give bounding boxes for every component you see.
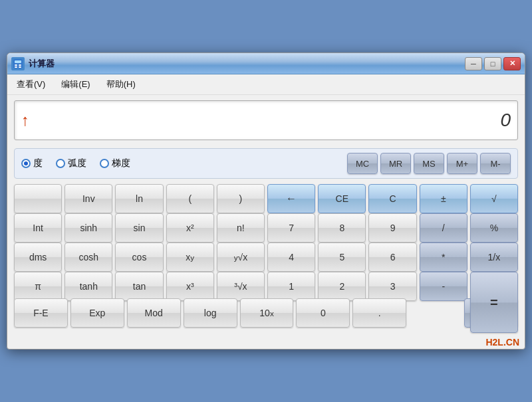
window-controls: ─ □ ✕ (465, 57, 521, 70)
nfact-button[interactable]: n! (217, 213, 265, 243)
menu-view[interactable]: 查看(V) (14, 77, 48, 92)
tanh-button[interactable]: tanh (65, 272, 112, 301)
minus-button[interactable]: - (420, 272, 467, 301)
sinh-button[interactable]: sinh (65, 213, 112, 243)
pi-button[interactable]: π (14, 272, 62, 301)
mr-button[interactable]: MR (380, 153, 411, 174)
x3-button[interactable]: x³ (166, 272, 214, 301)
xy-button[interactable]: xy (166, 243, 214, 272)
svg-rect-4 (15, 66, 17, 68)
ten-button[interactable]: 10x (240, 298, 294, 328)
display-area: ↑ 0 (14, 100, 518, 140)
radio-radians-circle (56, 159, 65, 168)
sqrt-button[interactable]: √ (470, 184, 518, 213)
calculator-body: 度 弧度 梯度 MC MR MS M+ M- Inv ln (7, 144, 525, 334)
equals-button[interactable]: = (470, 272, 518, 333)
radio-degrees-circle (21, 159, 31, 168)
n2-button[interactable]: 2 (318, 272, 366, 301)
dot-button[interactable]: . (352, 298, 406, 328)
app-icon (11, 57, 25, 70)
mul-button[interactable]: * (420, 243, 467, 272)
calculator-window: 计算器 ─ □ ✕ 查看(V) 编辑(E) 帮助(H) ↑ 0 度 弧度 (7, 52, 525, 350)
svg-rect-3 (19, 64, 21, 66)
n5-button[interactable]: 5 (318, 243, 366, 272)
cos-button[interactable]: cos (115, 243, 163, 272)
svg-rect-1 (15, 60, 21, 63)
ms-button[interactable]: MS (414, 153, 444, 174)
button-row-3: dms cosh cos xy y√x 4 5 6 * 1/x (14, 243, 518, 272)
fe-button[interactable]: F-E (14, 298, 68, 328)
int-button[interactable]: Int (14, 213, 62, 243)
backspace-button[interactable]: ← (267, 184, 315, 213)
blank-button-1 (14, 184, 62, 213)
exp-button[interactable]: Exp (70, 298, 124, 328)
svg-rect-5 (19, 66, 21, 68)
c-button[interactable]: C (368, 184, 416, 213)
onex-button[interactable]: 1/x (470, 243, 518, 272)
n6-button[interactable]: 6 (368, 243, 416, 272)
plusminus-button[interactable]: ± (420, 184, 467, 213)
watermark: H2L.CN (7, 334, 525, 349)
crtx-button[interactable]: ³√x (217, 272, 265, 301)
angle-radio-group: 度 弧度 梯度 MC MR MS M+ M- (14, 148, 518, 179)
mc-button[interactable]: MC (347, 153, 378, 174)
mminus-button[interactable]: M- (480, 153, 511, 174)
button-row-1: Inv ln ( ) ← CE C ± √ (14, 184, 518, 213)
window-title: 计算器 (29, 58, 55, 70)
tan-button[interactable]: tan (115, 272, 163, 301)
n1-button[interactable]: 1 (267, 272, 315, 301)
button-row-5: F-E Exp Mod log 10x 0 . + (14, 298, 518, 328)
minimize-button[interactable]: ─ (465, 57, 482, 70)
ln-button[interactable]: ln (115, 184, 163, 213)
mplus-button[interactable]: M+ (447, 153, 477, 174)
display-value: 0 (500, 110, 511, 131)
cosh-button[interactable]: cosh (65, 243, 112, 272)
n3-button[interactable]: 3 (368, 272, 416, 301)
button-row-2: Int sinh sin x² n! 7 8 9 / % (14, 213, 518, 243)
yrtx-button[interactable]: y√x (217, 243, 265, 272)
n4-button[interactable]: 4 (267, 243, 315, 272)
n8-button[interactable]: 8 (318, 213, 366, 243)
radio-gradians[interactable]: 梯度 (100, 157, 130, 169)
close-button[interactable]: ✕ (503, 57, 521, 70)
inv-button[interactable]: Inv (65, 184, 112, 213)
title-bar: 计算器 ─ □ ✕ (7, 53, 525, 74)
sin-button[interactable]: sin (115, 213, 163, 243)
radio-radians[interactable]: 弧度 (56, 157, 86, 169)
lparen-button[interactable]: ( (166, 184, 214, 213)
menu-help[interactable]: 帮助(H) (104, 77, 138, 92)
n9-button[interactable]: 9 (368, 213, 416, 243)
maximize-button[interactable]: □ (484, 57, 501, 70)
scroll-up-icon: ↑ (21, 111, 29, 130)
rparen-button[interactable]: ) (217, 184, 265, 213)
x2-button[interactable]: x² (166, 213, 214, 243)
menu-bar: 查看(V) 编辑(E) 帮助(H) (7, 74, 525, 95)
title-left: 计算器 (11, 57, 55, 70)
svg-rect-2 (15, 64, 17, 66)
radio-gradians-circle (100, 159, 109, 168)
n7-button[interactable]: 7 (267, 213, 315, 243)
percent-button[interactable]: % (470, 213, 518, 243)
ce-button[interactable]: CE (318, 184, 366, 213)
dms-button[interactable]: dms (14, 243, 62, 272)
log-button[interactable]: log (184, 298, 237, 328)
div-button[interactable]: / (420, 213, 467, 243)
mod-button[interactable]: Mod (127, 298, 181, 328)
n0-button[interactable]: 0 (296, 298, 350, 328)
radio-degrees[interactable]: 度 (21, 157, 43, 169)
menu-edit[interactable]: 编辑(E) (59, 77, 92, 92)
